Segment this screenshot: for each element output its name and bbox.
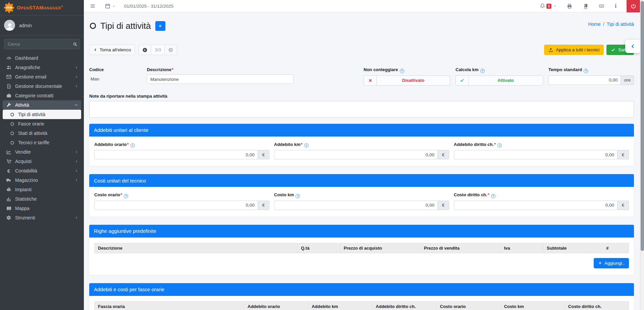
sidebar-item-categorie-contratti[interactable]: Categorie contratti bbox=[3, 91, 81, 100]
chevron-left-icon bbox=[75, 65, 78, 69]
sidebar-item-contabilita[interactable]: € Contabilità bbox=[3, 166, 81, 175]
brand[interactable]: OSM OpenSTAManager® bbox=[0, 0, 84, 15]
keyboard-icon[interactable] bbox=[598, 3, 605, 9]
addebito-km-input[interactable] bbox=[274, 150, 438, 159]
help-icon[interactable] bbox=[124, 194, 128, 198]
page-header: Tipi di attività Home/Tipi di attività bbox=[89, 18, 634, 33]
sidebar-item-tecnici-e-tariffe[interactable]: Tecnici e tariffe bbox=[3, 138, 81, 147]
calendar-icon bbox=[105, 3, 110, 9]
sidebar-item-stati-di-attivita[interactable]: Stati di attività bbox=[3, 128, 81, 138]
user-name[interactable]: admin bbox=[19, 23, 32, 28]
page-title: Tipi di attività bbox=[100, 21, 151, 31]
plus-icon bbox=[598, 261, 604, 265]
sidebar-item-gestione-documentale[interactable]: Gestione documentale bbox=[3, 82, 81, 91]
record-pager: 3/3 bbox=[139, 45, 177, 55]
circle-icon bbox=[10, 141, 15, 145]
print-icon[interactable] bbox=[567, 3, 573, 9]
widgets-panel-toggle[interactable] bbox=[625, 40, 641, 53]
registered-mark: ® bbox=[61, 5, 63, 8]
chevron-left-icon bbox=[75, 178, 78, 182]
sidebar-item-anagrafiche[interactable]: Anagrafiche bbox=[3, 63, 81, 72]
col-addebito-diritto: Addebito diritto ch. bbox=[372, 301, 436, 310]
sidebar-item-vendite[interactable]: Vendite bbox=[3, 147, 81, 157]
notifications[interactable]: 1 bbox=[540, 3, 557, 9]
info-icon[interactable]: i bbox=[615, 3, 616, 9]
next-record-button[interactable] bbox=[165, 45, 177, 55]
help-icon[interactable] bbox=[497, 143, 502, 148]
non-conteggiare-toggle[interactable]: Disattivato bbox=[364, 75, 450, 86]
docs-book-icon[interactable] bbox=[583, 3, 588, 9]
col-subtotale: Subtotale bbox=[543, 243, 586, 253]
sidebar-item-statistiche[interactable]: Statistiche bbox=[3, 194, 81, 204]
costo-km-input[interactable] bbox=[274, 201, 438, 210]
sidebar-item-tipi-di-attivita[interactable]: Tipi di attività bbox=[3, 110, 81, 119]
main-content: Tipi di attività Home/Tipi di attività T… bbox=[84, 12, 640, 310]
sidebar-item-magazzino[interactable]: Magazzino bbox=[3, 175, 81, 185]
search-button[interactable] bbox=[70, 39, 80, 49]
addebito-km-label: Addebito km* bbox=[274, 142, 449, 148]
note-textarea[interactable] bbox=[89, 101, 634, 118]
currency-addon: € bbox=[258, 150, 269, 159]
non-conteggiare-label: Non conteggiare bbox=[364, 67, 450, 73]
righe-table: Descrizione Q.tà Prezzo di acquisto Prez… bbox=[94, 243, 629, 253]
apply-all-technicians-button[interactable]: Applica a tutti i tecnici bbox=[544, 45, 604, 55]
tachometer-icon bbox=[6, 55, 12, 61]
add-riga-button[interactable]: Aggiungi.. bbox=[594, 258, 629, 268]
avatar[interactable] bbox=[4, 20, 15, 31]
logout-button[interactable] bbox=[627, 0, 640, 12]
gear-icon bbox=[6, 215, 12, 220]
addebito-diritto-input[interactable] bbox=[454, 150, 618, 159]
currency-addon: € bbox=[258, 201, 269, 210]
search-input[interactable] bbox=[4, 39, 70, 49]
circle-arrow-left-icon bbox=[142, 47, 148, 53]
sidebar-item-fasce-orarie[interactable]: Fasce orarie bbox=[3, 119, 81, 128]
calcola-km-label: Calcola km bbox=[455, 67, 543, 73]
section-title: Addebiti unitari al cliente bbox=[89, 124, 634, 137]
sidebar-item-mappa[interactable]: Mappa bbox=[3, 204, 81, 213]
upload-icon bbox=[548, 48, 556, 52]
help-icon[interactable] bbox=[480, 69, 485, 73]
chevron-left-icon bbox=[75, 169, 78, 173]
scrollbar-thumb[interactable] bbox=[641, 1, 644, 251]
help-icon[interactable] bbox=[296, 194, 300, 198]
sidebar-item-dashboard[interactable]: Dashboard bbox=[3, 53, 81, 63]
help-icon[interactable] bbox=[491, 194, 495, 198]
help-icon[interactable] bbox=[304, 143, 309, 148]
prev-record-button[interactable] bbox=[139, 45, 151, 55]
hamburger-icon[interactable] bbox=[90, 3, 96, 9]
calcola-km-toggle[interactable]: Attivato bbox=[455, 75, 543, 86]
machine-icon bbox=[6, 187, 12, 192]
back-to-list-button[interactable]: Torna all'elenco bbox=[89, 45, 135, 55]
addebito-orario-input[interactable] bbox=[94, 150, 258, 159]
costo-orario-input[interactable] bbox=[94, 201, 258, 210]
breadcrumb-home-link[interactable]: Home bbox=[588, 21, 601, 27]
chevron-left-icon bbox=[75, 216, 78, 220]
breadcrumb-current[interactable]: Tipi di attività bbox=[607, 21, 634, 27]
sidebar-item-gestione-email[interactable]: Gestione email bbox=[3, 72, 81, 82]
date-range[interactable]: 01/01/2025 - 31/12/2025 bbox=[124, 4, 173, 9]
breadcrumb: Home/Tipi di attività bbox=[588, 21, 634, 27]
users-icon bbox=[6, 65, 12, 70]
notification-badge: 1 bbox=[546, 4, 552, 9]
page-scrollbar[interactable] bbox=[640, 0, 644, 310]
calendar-filter[interactable] bbox=[105, 3, 115, 9]
help-icon[interactable] bbox=[130, 143, 135, 148]
euro-icon: € bbox=[6, 168, 12, 173]
required-mark: * bbox=[172, 67, 173, 72]
addebito-diritto-label: Addebito diritto ch.* bbox=[454, 142, 629, 148]
tempo-standard-unit: ore bbox=[621, 75, 634, 85]
col-descrizione: Descrizione bbox=[95, 243, 298, 253]
costo-diritto-input[interactable] bbox=[454, 201, 618, 210]
sidebar-item-impianti[interactable]: Impianti bbox=[3, 185, 81, 194]
caret-down-icon bbox=[112, 5, 115, 8]
currency-addon: € bbox=[618, 150, 629, 159]
sidebar-item-attivita[interactable]: Attività bbox=[3, 100, 81, 110]
help-icon[interactable] bbox=[400, 69, 404, 73]
help-icon[interactable] bbox=[584, 69, 588, 73]
descrizione-input[interactable] bbox=[147, 74, 293, 84]
sidebar-item-strumenti[interactable]: Strumenti bbox=[3, 213, 81, 222]
sidebar-item-acquisti[interactable]: Acquisti bbox=[3, 157, 81, 166]
tempo-standard-input[interactable] bbox=[548, 75, 621, 85]
top-navbar: 01/01/2025 - 31/12/2025 1 i bbox=[84, 0, 640, 12]
add-record-button[interactable] bbox=[155, 21, 165, 31]
